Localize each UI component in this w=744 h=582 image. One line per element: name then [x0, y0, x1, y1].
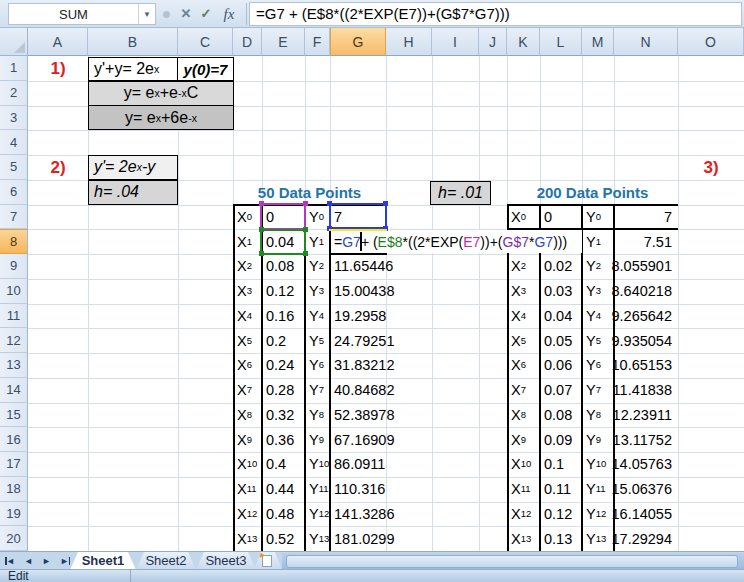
row-header-7[interactable]: 7 [0, 205, 28, 230]
horizontal-scrollbar[interactable] [282, 553, 744, 570]
problem-3-label[interactable]: 3) [678, 155, 744, 180]
problem-2-label[interactable]: 2) [28, 155, 88, 180]
row-header-9[interactable]: 9 [0, 254, 28, 279]
cell[interactable]: Y2 [582, 254, 614, 279]
column-header-D[interactable]: D [233, 28, 262, 56]
formula-input[interactable]: =G7 + (E$8*((2*EXP(E7))+(G$7*G7))) [249, 2, 742, 26]
column-header-B[interactable]: B [88, 28, 178, 56]
cell[interactable]: Y12 [305, 502, 330, 527]
cell[interactable]: X1 [233, 229, 262, 254]
column-header-G[interactable]: G [330, 28, 386, 56]
row-header-16[interactable]: 16 [0, 427, 28, 452]
row-header-5[interactable]: 5 [0, 155, 28, 180]
cell[interactable]: Y6 [305, 353, 330, 378]
cell[interactable]: 0.1 [540, 452, 582, 477]
cell-particular-solution[interactable]: y= ex+6e-x [88, 105, 234, 130]
previous-sheet-icon[interactable]: ◄ [20, 552, 37, 570]
cell[interactable]: 0.08 [540, 403, 582, 428]
cell[interactable]: Y13 [305, 526, 330, 551]
row-header-11[interactable]: 11 [0, 304, 28, 329]
cell[interactable]: X9 [507, 427, 540, 452]
column-header-I[interactable]: I [432, 28, 479, 56]
cell[interactable]: 0.24 [262, 353, 305, 378]
row-header-17[interactable]: 17 [0, 452, 28, 477]
sheet-tab-sheet1[interactable]: Sheet1 [70, 552, 136, 570]
problem-1-label[interactable]: 1) [28, 56, 88, 81]
row-header-13[interactable]: 13 [0, 353, 28, 378]
cell[interactable]: 8.055901 [614, 254, 678, 279]
cell[interactable]: 11.41838 [614, 378, 678, 403]
cell[interactable]: Y11 [582, 477, 614, 502]
enter-icon[interactable]: ✓ [196, 4, 216, 24]
insert-function-icon[interactable]: fx [216, 4, 242, 24]
cancel-icon[interactable]: ✕ [176, 4, 196, 24]
cell[interactable]: Y10 [305, 452, 330, 477]
last-sheet-icon[interactable]: ► [56, 552, 73, 570]
cell[interactable]: 24.79251 [330, 328, 386, 353]
cell[interactable]: X6 [507, 353, 540, 378]
cell[interactable]: 14.05763 [614, 452, 678, 477]
row-header-1[interactable]: 1 [0, 56, 28, 81]
cell[interactable]: X10 [507, 452, 540, 477]
cell-step-size-01[interactable]: h= .01 [430, 181, 491, 205]
cell[interactable]: Y0 [582, 205, 614, 230]
cell[interactable]: 0.03 [540, 279, 582, 304]
cell[interactable]: Y10 [582, 452, 614, 477]
cell[interactable]: X5 [507, 328, 540, 353]
cell[interactable]: 0.12 [540, 502, 582, 527]
cell[interactable]: 8.640218 [614, 279, 678, 304]
cell[interactable]: Y3 [582, 279, 614, 304]
cell[interactable]: Y9 [305, 427, 330, 452]
cell[interactable]: X6 [233, 353, 262, 378]
cell[interactable]: 0.4 [262, 452, 305, 477]
cell[interactable]: 13.11752 [614, 427, 678, 452]
cell[interactable]: Y9 [582, 427, 614, 452]
editing-cell-formula[interactable]: =G7 + (E$8*((2*EXP(E7))+(G$7*G7))) [332, 230, 582, 253]
cell[interactable]: 0.16 [262, 304, 305, 329]
cell[interactable]: 9.935054 [614, 328, 678, 353]
cell[interactable]: X5 [233, 328, 262, 353]
cell[interactable]: 0.02 [540, 254, 582, 279]
name-box[interactable]: SUM ▼ [8, 3, 156, 25]
cell[interactable]: 15.06376 [614, 477, 678, 502]
cell[interactable]: 40.84682 [330, 378, 386, 403]
column-header-N[interactable]: N [614, 28, 678, 56]
cell[interactable]: X10 [233, 452, 262, 477]
cell[interactable]: Y12 [582, 502, 614, 527]
cell[interactable]: 7.51 [614, 229, 678, 254]
reference-box-e8[interactable] [260, 229, 306, 255]
cell[interactable]: X8 [507, 403, 540, 428]
cell[interactable]: Y11 [305, 477, 330, 502]
cell[interactable]: Y6 [582, 353, 614, 378]
cell[interactable]: X2 [507, 254, 540, 279]
column-header-K[interactable]: K [507, 28, 540, 56]
cell[interactable]: X13 [507, 526, 540, 551]
column-header-M[interactable]: M [582, 28, 614, 56]
cell[interactable]: 0.07 [540, 378, 582, 403]
column-header-E[interactable]: E [262, 28, 305, 56]
cell[interactable]: X12 [233, 502, 262, 527]
cell[interactable]: X3 [507, 279, 540, 304]
cell[interactable]: 86.0911 [330, 452, 386, 477]
cell[interactable]: 67.16909 [330, 427, 386, 452]
row-header-19[interactable]: 19 [0, 502, 28, 527]
cell[interactable]: 0.12 [262, 279, 305, 304]
cell[interactable]: 7 [614, 205, 678, 230]
next-sheet-icon[interactable]: ► [38, 552, 55, 570]
cell[interactable]: X11 [233, 477, 262, 502]
cell[interactable]: 0.48 [262, 502, 305, 527]
row-header-4[interactable]: 4 [0, 130, 28, 155]
row-header-2[interactable]: 2 [0, 81, 28, 106]
reference-box-g7[interactable] [329, 203, 387, 230]
cell[interactable]: X7 [233, 378, 262, 403]
row-header-14[interactable]: 14 [0, 378, 28, 403]
cell[interactable]: X9 [233, 427, 262, 452]
cell[interactable]: 12.23911 [614, 403, 678, 428]
cell-step-size-04[interactable]: h= .04 [88, 180, 178, 205]
cell[interactable]: 0 [540, 205, 582, 230]
cell[interactable]: X2 [233, 254, 262, 279]
cell[interactable]: X7 [507, 378, 540, 403]
reference-box-e7[interactable] [260, 203, 306, 231]
cell[interactable]: 0.09 [540, 427, 582, 452]
cell[interactable]: 0.13 [540, 526, 582, 551]
